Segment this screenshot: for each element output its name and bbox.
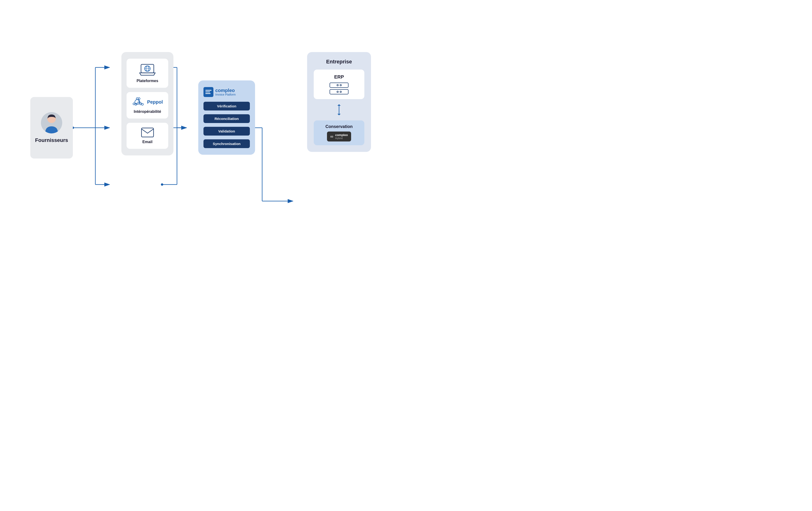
compleo-subtitle: Invoice Platform: [215, 93, 236, 96]
avatar: [41, 112, 62, 133]
plateformes-card: Plateformes: [126, 59, 168, 88]
channels-block: Plateformes: [121, 52, 173, 155]
diagram-container: Fournisseurs Plateformes: [26, 21, 380, 234]
erp-block: ERP: [314, 69, 365, 99]
server-dot-2: [340, 84, 342, 86]
interoperabilite-card: Peppol Intéropérabilité: [126, 92, 168, 119]
hybrid-sub-label: Hybrid: [335, 137, 348, 140]
server-row-1: [329, 83, 349, 88]
svg-rect-50: [205, 90, 211, 91]
server-dot-4: [340, 91, 342, 93]
svg-rect-48: [142, 128, 153, 137]
email-icon: [141, 127, 154, 138]
hybrid-text: compleo Hybrid: [335, 133, 348, 140]
email-card: Email: [126, 123, 168, 149]
erp-label: ERP: [334, 74, 344, 80]
compleo-block: compleo Invoice Platform Vérification Ré…: [198, 81, 255, 155]
server-dot-3: [337, 91, 339, 93]
peppol-icon-row: Peppol: [132, 97, 163, 107]
vertical-arrow: [336, 104, 343, 116]
laptop-icon: [139, 63, 156, 77]
svg-point-38: [138, 98, 140, 99]
svg-rect-51: [205, 92, 210, 92]
entreprise-title: Entreprise: [326, 59, 352, 65]
verification-btn: Vérification: [203, 102, 250, 111]
svg-rect-52: [205, 93, 210, 94]
plateformes-label: Plateformes: [137, 79, 158, 83]
server-icon: [329, 83, 349, 94]
fournisseurs-label: Fournisseurs: [35, 137, 68, 143]
interoperabilite-label: Intéropérabilité: [134, 110, 161, 114]
svg-point-16: [161, 183, 163, 186]
compleo-logo-area: compleo Invoice Platform: [203, 87, 236, 97]
server-dot: [337, 84, 339, 86]
hybrid-compleo-label: compleo: [335, 133, 348, 137]
server-row-2: [329, 89, 349, 94]
hybrid-infinity-icon: ∞: [330, 134, 334, 139]
compleo-title: compleo: [215, 88, 236, 93]
conservation-block: Conservation ∞ compleo Hybrid: [314, 120, 365, 145]
synchronisation-btn: Synchronisation: [203, 139, 250, 148]
compleo-hybrid-logo: ∞ compleo Hybrid: [327, 131, 351, 142]
svg-marker-55: [338, 114, 341, 115]
validation-btn: Validation: [203, 127, 250, 136]
entreprise-block: Entreprise ERP: [307, 52, 371, 152]
conservation-label: Conservation: [325, 124, 352, 129]
reconciliation-btn: Réconciliation: [203, 114, 250, 123]
compleo-logo-text: compleo Invoice Platform: [215, 88, 236, 96]
email-label: Email: [142, 140, 153, 144]
fournisseurs-block: Fournisseurs: [30, 97, 73, 158]
svg-marker-54: [338, 104, 341, 106]
